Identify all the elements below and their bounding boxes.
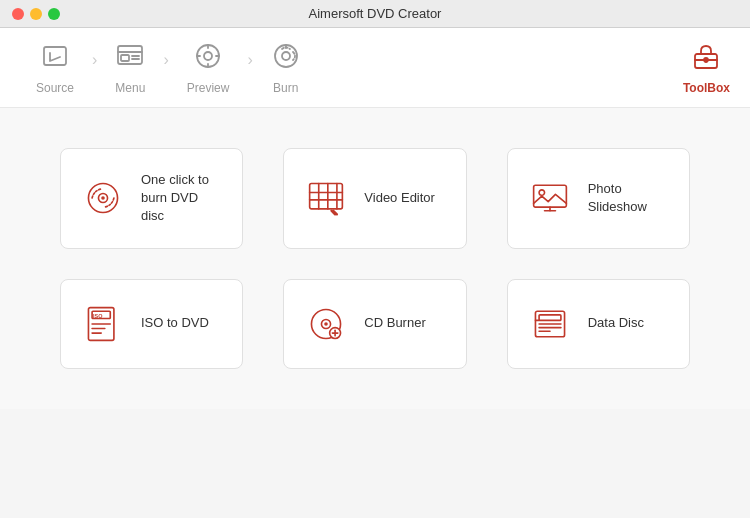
tool-grid: One click to burn DVD disc Video Editor	[60, 148, 690, 369]
cd-burner-label: CD Burner	[364, 314, 425, 332]
svg-text:ISO: ISO	[93, 312, 102, 318]
close-button[interactable]	[12, 8, 24, 20]
iso-to-dvd-icon: ISO	[81, 302, 125, 346]
photo-slideshow-icon	[528, 176, 572, 220]
nav-item-menu[interactable]: Menu	[99, 33, 161, 103]
iso-to-dvd-label: ISO to DVD	[141, 314, 209, 332]
burn-dvd-icon	[81, 176, 125, 220]
toolbox-button[interactable]: ToolBox	[683, 41, 730, 95]
svg-point-13	[282, 52, 290, 60]
burn-label: Burn	[273, 81, 298, 95]
tool-card-cd-burner[interactable]: CD Burner	[283, 279, 466, 369]
data-disc-label: Data Disc	[588, 314, 644, 332]
svg-rect-0	[44, 47, 66, 65]
source-icon	[40, 41, 70, 77]
nav-item-source[interactable]: Source	[20, 33, 90, 103]
svg-rect-3	[121, 55, 129, 61]
menu-icon	[115, 41, 145, 77]
video-editor-icon	[304, 176, 348, 220]
tool-card-video-editor[interactable]: Video Editor	[283, 148, 466, 249]
title-bar: Aimersoft DVD Creator	[0, 0, 750, 28]
nav-item-burn[interactable]: Burn	[255, 33, 317, 103]
preview-icon	[193, 41, 223, 77]
burn-icon	[271, 41, 301, 77]
svg-rect-29	[533, 186, 566, 208]
tool-card-data-disc[interactable]: Data Disc	[507, 279, 690, 369]
photo-slideshow-label: Photo Slideshow	[588, 180, 669, 216]
tool-card-burn-dvd[interactable]: One click to burn DVD disc	[60, 148, 243, 249]
toolbox-icon	[691, 41, 721, 77]
nav-arrow-1: ›	[92, 51, 97, 85]
toolbox-label: ToolBox	[683, 81, 730, 95]
nav-arrow-3: ›	[247, 51, 252, 85]
minimize-button[interactable]	[30, 8, 42, 20]
traffic-lights	[12, 8, 60, 20]
app-title: Aimersoft DVD Creator	[309, 6, 442, 21]
svg-rect-46	[539, 314, 561, 319]
nav-item-preview[interactable]: Preview	[171, 33, 246, 103]
burn-dvd-label: One click to burn DVD disc	[141, 171, 222, 226]
svg-point-41	[325, 322, 329, 326]
nav-items: Source › Menu ›	[20, 33, 317, 103]
svg-point-7	[204, 52, 212, 60]
svg-point-17	[704, 58, 708, 62]
nav-arrow-2: ›	[163, 51, 168, 85]
svg-point-20	[101, 196, 105, 200]
cd-burner-icon	[304, 302, 348, 346]
svg-point-30	[539, 190, 544, 195]
tool-card-photo-slideshow[interactable]: Photo Slideshow	[507, 148, 690, 249]
toolbar: Source › Menu ›	[0, 28, 750, 108]
maximize-button[interactable]	[48, 8, 60, 20]
tool-card-iso-to-dvd[interactable]: ISO ISO to DVD	[60, 279, 243, 369]
source-label: Source	[36, 81, 74, 95]
data-disc-icon	[528, 302, 572, 346]
preview-label: Preview	[187, 81, 230, 95]
main-content: One click to burn DVD disc Video Editor	[0, 108, 750, 409]
video-editor-label: Video Editor	[364, 189, 435, 207]
menu-label: Menu	[115, 81, 145, 95]
